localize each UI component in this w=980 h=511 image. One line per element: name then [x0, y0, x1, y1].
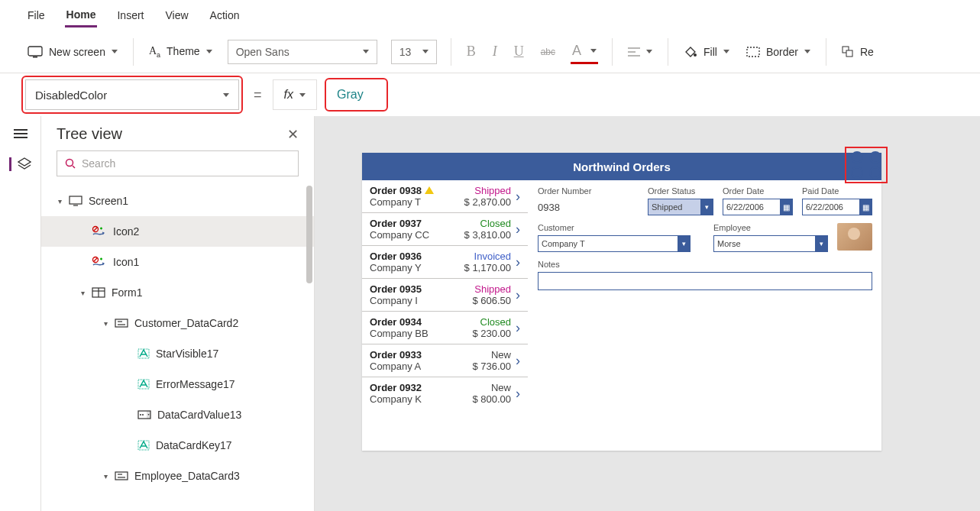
calendar-icon: ▦	[859, 199, 872, 215]
ribbon: New screen Aa Theme Open Sans 13 B I U a…	[0, 31, 980, 73]
property-selector-highlight: DisabledColor	[21, 76, 243, 114]
new-screen-label: New screen	[49, 46, 105, 58]
svg-rect-0	[28, 47, 42, 56]
paid-date-input[interactable]: 6/22/2006▦	[802, 199, 872, 215]
order-status-select[interactable]: Shipped▾	[648, 199, 713, 215]
tree-item-customer-datacard2[interactable]: ▾Customer_DataCard2	[41, 308, 314, 338]
order-row[interactable]: Order 0933Company ANew$ 736.00›	[362, 344, 528, 377]
warning-icon	[425, 186, 434, 194]
equals-sign: =	[251, 87, 265, 103]
datacard-icon	[115, 471, 128, 480]
formula-bar: DisabledColor = fx Gray	[0, 73, 980, 116]
scrollbar[interactable]	[306, 186, 312, 283]
label-icon	[137, 379, 150, 390]
chevron-down-icon: ▾	[815, 236, 827, 251]
border-button[interactable]: Border	[745, 43, 812, 61]
svg-line-10	[73, 166, 75, 168]
menu-view[interactable]: View	[163, 5, 189, 26]
order-date-input[interactable]: 6/22/2006▦	[723, 199, 793, 215]
order-row[interactable]: Order 0932Company KNew$ 800.00›	[362, 377, 528, 409]
property-select[interactable]: DisabledColor	[25, 79, 239, 110]
tree-item-label: DataCardValue13	[157, 409, 241, 421]
app-header: Northwind Orders	[362, 153, 881, 180]
tree-view-rail-button[interactable]	[9, 157, 31, 171]
chevron-down-icon: ▾	[678, 236, 690, 251]
theme-button[interactable]: Aa Theme	[147, 42, 214, 62]
svg-point-28	[142, 414, 144, 416]
chevron-down-icon	[363, 50, 369, 53]
order-row[interactable]: Order 0937Company CCClosed$ 3,810.00›	[362, 212, 528, 245]
tree-item-icon2[interactable]: Icon2	[41, 216, 314, 247]
new-screen-button[interactable]: New screen	[26, 43, 119, 61]
chevron-down-icon	[590, 49, 597, 53]
tree-item-label: DataCardKey17	[156, 439, 232, 451]
close-icon[interactable]: ✕	[287, 126, 299, 143]
tree-item-starvisible17[interactable]: StarVisible17	[41, 338, 314, 369]
layers-icon	[18, 157, 31, 171]
italic-button[interactable]: I	[491, 40, 499, 63]
label-icon	[137, 440, 150, 451]
menu-insert[interactable]: Insert	[115, 5, 145, 26]
tree-item-label: Customer_DataCard2	[134, 317, 238, 329]
font-size-value: 13	[399, 46, 412, 58]
border-icon	[746, 47, 760, 57]
menu-bar: File Home Insert View Action	[0, 0, 980, 31]
chevron-down-icon	[206, 50, 212, 53]
hamburger-icon[interactable]	[14, 127, 27, 141]
notes-input[interactable]	[538, 272, 872, 290]
search-input[interactable]: Search	[57, 150, 299, 176]
svg-point-9	[66, 160, 73, 167]
chevron-down-icon	[723, 50, 729, 53]
svg-rect-20	[115, 319, 128, 327]
fx-button[interactable]: fx	[273, 79, 317, 110]
tree-item-form1[interactable]: ▾Form1	[41, 277, 314, 308]
order-list[interactable]: Order 0938Company TShipped$ 2,870.00›Ord…	[362, 180, 529, 451]
tree-item-label: Icon1	[113, 256, 139, 268]
tree-item-datacardkey17[interactable]: DataCardKey17	[41, 430, 314, 461]
tree-item-icon1[interactable]: Icon1	[41, 247, 314, 277]
order-row[interactable]: Order 0938Company TShipped$ 2,870.00›	[362, 180, 528, 212]
font-size-select[interactable]: 13	[391, 40, 437, 64]
strike-button[interactable]: abc	[539, 44, 557, 60]
chevron-right-icon: ›	[511, 320, 520, 336]
chevron-right-icon: ›	[511, 254, 520, 270]
text-color-button[interactable]: A	[571, 40, 598, 64]
chevron-down-icon	[299, 93, 306, 97]
theme-icon: Aa	[149, 45, 160, 59]
tree-item-datacardvalue13[interactable]: DataCardValue13	[41, 399, 314, 430]
svg-point-5	[694, 53, 697, 57]
app-preview: Northwind Orders Order 0938Company TShip…	[362, 153, 881, 451]
order-row[interactable]: Order 0936Company YInvoiced$ 1,170.00›	[362, 245, 528, 278]
fill-button[interactable]: Fill	[682, 43, 731, 61]
border-label: Border	[766, 46, 798, 58]
order-number-value: 0938	[538, 199, 639, 215]
search-placeholder: Search	[82, 157, 115, 170]
tree-item-label: Screen1	[89, 195, 128, 207]
order-row[interactable]: Order 0935Company IShipped$ 606.50›	[362, 278, 528, 311]
reorder-button[interactable]: Re	[840, 43, 875, 61]
underline-button[interactable]: U	[513, 40, 526, 63]
svg-rect-30	[115, 472, 128, 480]
employee-label: Employee	[713, 223, 828, 232]
chevron-right-icon: ›	[511, 386, 520, 402]
tree-item-screen1[interactable]: ▾Screen1	[41, 186, 314, 216]
separator	[133, 38, 134, 66]
employee-select[interactable]: Morse▾	[713, 235, 828, 252]
bold-button[interactable]: B	[465, 40, 477, 63]
customer-select[interactable]: Company T▾	[538, 235, 691, 252]
menu-home[interactable]: Home	[65, 4, 98, 27]
align-button[interactable]	[626, 44, 654, 60]
chevron-right-icon: ›	[511, 353, 520, 369]
formula-input[interactable]: Gray	[326, 79, 387, 110]
customer-label: Customer	[538, 223, 691, 232]
tree-item-employee-datacard3[interactable]: ▾Employee_DataCard3	[41, 461, 314, 491]
font-select[interactable]: Open Sans	[228, 40, 377, 64]
chevron-down-icon	[422, 50, 429, 53]
menu-action[interactable]: Action	[209, 5, 241, 26]
tree-item-errormessage17[interactable]: ErrorMessage17	[41, 369, 314, 399]
canvas[interactable]: Northwind Orders Order 0938Company TShip…	[315, 116, 980, 511]
tree-list: ▾Screen1Icon2Icon1▾Form1▾Customer_DataCa…	[41, 186, 314, 491]
menu-file[interactable]: File	[26, 5, 47, 26]
selection-marker[interactable]	[845, 147, 888, 183]
order-row[interactable]: Order 0934Company BBClosed$ 230.00›	[362, 311, 528, 344]
